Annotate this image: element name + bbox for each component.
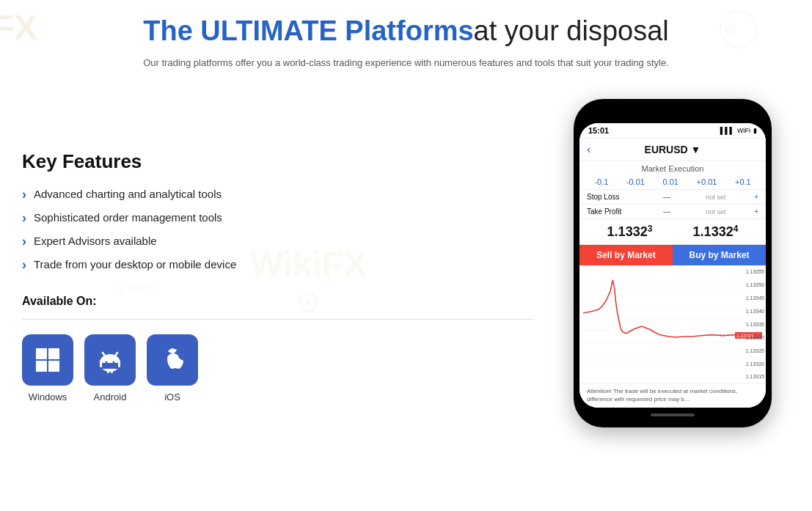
list-item: Sophisticated order management tools xyxy=(22,211,533,226)
price-chart: 1.13324 xyxy=(583,269,762,379)
svg-rect-3 xyxy=(48,348,59,359)
right-panel: 15:01 ▌▌▌ WiFi ▮ ‹ EURUSD ▼ Market Execu… xyxy=(555,92,790,427)
execution-type: Market Execution xyxy=(579,161,766,174)
page-wrapper: FX W The ULTIMATE Platformsat your dispo… xyxy=(0,0,812,511)
chart-area: 1.13324 1.13355 1.13350 1.13345 1.13340 … xyxy=(579,265,766,383)
svg-rect-13 xyxy=(118,360,120,367)
trade-buttons: Sell by Market Buy by Market xyxy=(579,245,766,265)
buy-price-main: 1.1332 xyxy=(693,224,734,239)
adj-minus-001[interactable]: -0.01 xyxy=(626,177,645,186)
windows-label: Windows xyxy=(29,391,67,402)
phone-header: ‹ EURUSD ▼ xyxy=(579,139,766,161)
chart-label-9: 1.13315 xyxy=(746,374,764,379)
adj-001[interactable]: 0.01 xyxy=(663,177,679,186)
phone-warning: Attention! The trade will be executed at… xyxy=(579,383,766,408)
battery-icon: ▮ xyxy=(753,127,757,134)
adjustment-row: -0.1 -0.01 0.01 +0.01 +0.1 xyxy=(579,174,766,190)
phone-screen: 15:01 ▌▌▌ WiFi ▮ ‹ EURUSD ▼ Market Execu… xyxy=(579,123,766,408)
wifi-icon: WiFi xyxy=(737,127,750,134)
svg-line-9 xyxy=(114,353,117,357)
phone-mockup: 15:01 ▌▌▌ WiFi ▮ ‹ EURUSD ▼ Market Execu… xyxy=(574,99,772,427)
stop-loss-value: not set xyxy=(678,194,754,201)
svg-rect-14 xyxy=(107,369,109,373)
chart-label-6: 1.13330 xyxy=(746,335,764,340)
chart-label-1: 1.13355 xyxy=(746,269,764,274)
svg-rect-12 xyxy=(100,360,102,367)
divider xyxy=(22,319,533,320)
platform-android: Android xyxy=(84,334,136,402)
main-title: The ULTIMATE Platformsat your disposal xyxy=(29,15,783,48)
sell-button[interactable]: Sell by Market xyxy=(579,245,673,265)
adj-plus-01[interactable]: +0.1 xyxy=(735,177,751,186)
signal-icon: ▌▌▌ xyxy=(720,127,734,134)
platform-icons: Windows xyxy=(22,334,533,402)
svg-rect-15 xyxy=(111,369,113,373)
adj-plus-001[interactable]: +0.01 xyxy=(697,177,717,186)
feature-text-4: Trade from your desktop or mobile device xyxy=(34,258,236,271)
sl-minus-icon[interactable]: — xyxy=(663,193,670,201)
left-panel: ● WikiFX Key Features Advanced charting … xyxy=(22,92,555,427)
chart-label-2: 1.13350 xyxy=(746,282,764,287)
svg-rect-2 xyxy=(36,348,47,359)
available-on-title: Available On: xyxy=(22,295,533,308)
chart-label-5: 1.13335 xyxy=(746,322,764,327)
content-area: ● WikiFX Key Features Advanced charting … xyxy=(0,77,812,427)
phone-status-icons: ▌▌▌ WiFi ▮ xyxy=(720,127,757,134)
title-highlight: The ULTIMATE Platforms xyxy=(143,15,473,46)
buy-price-super: 4 xyxy=(734,224,739,234)
chart-label-8: 1.13320 xyxy=(746,361,764,367)
sl-plus-icon[interactable]: + xyxy=(754,193,758,201)
list-item: Expert Advisors available xyxy=(22,235,533,249)
svg-line-8 xyxy=(103,353,106,357)
feature-text-1: Advanced charting and analytical tools xyxy=(34,188,222,200)
chart-label-4: 1.13340 xyxy=(746,309,764,314)
features-list: Advanced charting and analytical tools S… xyxy=(22,188,533,273)
list-item: Advanced charting and analytical tools xyxy=(22,188,533,202)
tp-minus-icon[interactable]: — xyxy=(663,207,670,216)
tp-plus-icon[interactable]: + xyxy=(754,207,758,216)
chart-label-3: 1.13345 xyxy=(746,295,764,301)
windows-icon-box xyxy=(22,334,73,386)
ios-label: iOS xyxy=(164,391,180,402)
phone-status-bar: 15:01 ▌▌▌ WiFi ▮ xyxy=(579,123,766,139)
feature-text-2: Sophisticated order management tools xyxy=(34,211,222,224)
subtitle: Our trading platforms offer you a world-… xyxy=(76,56,736,70)
price-row: 1.13323 1.13324 xyxy=(579,219,766,245)
buy-price-box: 1.13324 xyxy=(673,224,758,240)
take-profit-value: not set xyxy=(678,208,754,216)
back-arrow-icon[interactable]: ‹ xyxy=(587,143,590,156)
chart-labels: 1.13355 1.13350 1.13345 1.13340 1.13335 … xyxy=(746,269,764,379)
stop-loss-label: Stop Loss xyxy=(587,193,663,201)
svg-rect-7 xyxy=(101,363,119,369)
svg-point-10 xyxy=(106,361,108,364)
android-icon-box xyxy=(84,334,136,386)
header-section: The ULTIMATE Platformsat your disposal O… xyxy=(0,0,812,77)
svg-point-11 xyxy=(113,361,115,364)
list-item: Trade from your desktop or mobile device xyxy=(22,258,533,273)
svg-rect-4 xyxy=(36,361,47,372)
take-profit-label: Take Profit xyxy=(587,207,663,216)
chart-label-7: 1.13325 xyxy=(746,348,764,353)
sell-price-main: 1.1332 xyxy=(607,224,648,239)
pair-title: EURUSD ▼ xyxy=(645,144,701,155)
sell-price-box: 1.13323 xyxy=(587,224,673,240)
platform-windows: Windows xyxy=(22,334,73,402)
feature-text-3: Expert Advisors available xyxy=(34,235,157,247)
platform-ios: iOS xyxy=(147,334,198,402)
take-profit-row: Take Profit — not set + xyxy=(579,205,766,219)
sell-price-super: 3 xyxy=(648,224,653,234)
svg-rect-5 xyxy=(48,361,59,372)
adj-minus-01[interactable]: -0.1 xyxy=(594,177,608,186)
stop-loss-row: Stop Loss — not set + xyxy=(579,190,766,205)
android-label: Android xyxy=(94,391,127,402)
buy-button[interactable]: Buy by Market xyxy=(673,245,766,265)
key-features-title: Key Features xyxy=(22,150,533,173)
phone-time: 15:01 xyxy=(588,126,609,135)
ios-icon-box xyxy=(147,334,198,386)
